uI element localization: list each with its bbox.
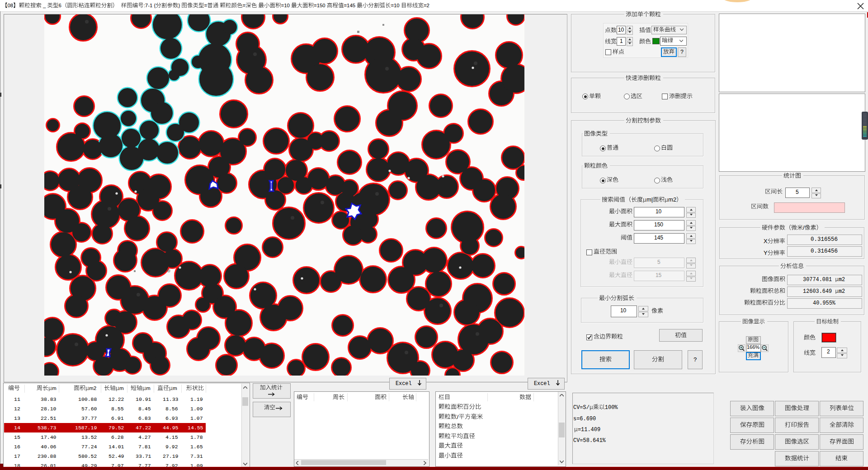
svg-text:13.52: 13.52 [81, 434, 97, 440]
svg-text:28.10: 28.10 [41, 406, 57, 412]
svg-text:CV=S/: CV=S/ [573, 404, 590, 411]
svg-text:6: 6 [59, 3, 61, 8]
svg-text:=150: =150 [314, 3, 327, 8]
svg-text:17: 17 [14, 453, 20, 459]
svg-text:100.88: 100.88 [78, 396, 97, 402]
svg-text:150: 150 [654, 222, 663, 228]
svg-text:47.22: 47.22 [136, 425, 151, 431]
svg-text:10.91: 10.91 [136, 396, 151, 402]
svg-text:4.15: 4.15 [165, 434, 178, 440]
svg-text:8.56: 8.56 [165, 406, 178, 412]
svg-text:0.316556: 0.316556 [811, 236, 838, 243]
svg-text:6.28: 6.28 [111, 434, 124, 440]
svg-text:230.88: 230.88 [38, 453, 56, 459]
svg-text:13: 13 [14, 415, 20, 421]
svg-text:=2: =2 [424, 3, 429, 8]
svg-text:77.24: 77.24 [81, 444, 97, 450]
svg-text:X: X [764, 238, 768, 244]
svg-text:6.93: 6.93 [165, 415, 178, 421]
svg-text:/: / [803, 225, 805, 231]
svg-text:}: } [178, 3, 181, 8]
svg-text:s=6.690: s=6.690 [573, 416, 596, 422]
svg-text:38.83: 38.83 [41, 396, 57, 402]
svg-text:m2: m2 [668, 197, 676, 203]
svg-text:40.955%: 40.955% [813, 300, 836, 306]
svg-text:27.19: 27.19 [163, 453, 179, 459]
svg-text:44.95: 44.95 [163, 425, 179, 431]
svg-text:=10: =10 [281, 3, 291, 8]
svg-text:4.27: 4.27 [138, 434, 151, 440]
svg-text:m: m [119, 385, 124, 391]
svg-text:9.92: 9.92 [165, 444, 178, 450]
svg-text:57.60: 57.60 [81, 406, 97, 412]
svg-text:166%: 166% [747, 345, 760, 350]
svg-text:08: 08 [8, 3, 14, 8]
svg-text:15: 15 [14, 434, 20, 440]
svg-text:1: 1 [620, 38, 623, 44]
svg-text:Excel: Excel [534, 381, 550, 387]
svg-text:=11.409: =11.409 [578, 427, 600, 433]
svg-text:12: 12 [14, 406, 20, 412]
svg-text:/: / [457, 414, 459, 420]
svg-text:10: 10 [620, 308, 627, 314]
svg-text:=10: =10 [391, 3, 401, 8]
svg-text:33.71: 33.71 [136, 453, 151, 459]
svg-text:1.19: 1.19 [190, 396, 203, 402]
svg-text:145: 145 [654, 235, 663, 241]
svg-text:11.33: 11.33 [163, 396, 179, 402]
svg-text:m2: m2 [89, 385, 96, 391]
svg-text::7-1 {: :7-1 { [144, 3, 156, 8]
svg-text:14: 14 [14, 425, 20, 431]
svg-text:30774.081: 30774.081 [803, 277, 835, 283]
svg-text:_: _ [42, 3, 47, 8]
svg-text:40.06: 40.06 [41, 444, 57, 450]
svg-text:12.22: 12.22 [108, 396, 124, 402]
svg-text:1.65: 1.65 [190, 444, 203, 450]
svg-text:17.40: 17.40 [41, 434, 57, 440]
svg-text:10: 10 [656, 209, 662, 215]
svg-text:538.73: 538.73 [38, 425, 56, 431]
svg-text:2: 2 [827, 349, 830, 355]
svg-text:m|: m| [646, 197, 653, 203]
svg-text:1.78: 1.78 [190, 434, 203, 440]
svg-text:7.81: 7.81 [138, 444, 151, 450]
svg-text:1587.19: 1587.19 [75, 425, 97, 431]
svg-text:m2: m2 [839, 277, 845, 283]
svg-text:6.83: 6.83 [138, 415, 151, 421]
svg-text:m2: m2 [839, 288, 845, 295]
svg-text:?: ? [693, 357, 697, 363]
svg-text:14.55: 14.55 [188, 425, 203, 431]
svg-text:100%: 100% [605, 404, 618, 411]
svg-text:7.31: 7.31 [190, 453, 203, 459]
svg-text:22.51: 22.51 [41, 415, 57, 421]
svg-text:5: 5 [657, 259, 660, 265]
svg-text:15: 15 [656, 273, 662, 278]
svg-text:Excel: Excel [396, 381, 412, 387]
svg-text:37.77: 37.77 [81, 415, 97, 421]
svg-text:m: m [52, 385, 57, 391]
svg-text:11: 11 [14, 396, 20, 402]
svg-text:Y: Y [764, 250, 768, 256]
svg-text:8.45: 8.45 [138, 406, 151, 412]
svg-text:1.09: 1.09 [190, 406, 203, 412]
svg-text:1.07: 1.07 [190, 415, 203, 421]
svg-text:580.52: 580.52 [78, 453, 97, 459]
svg-text:8.55: 8.55 [111, 406, 124, 412]
svg-text:m: m [173, 385, 177, 391]
svg-text:52.49: 52.49 [108, 453, 124, 459]
svg-text:14.01: 14.01 [108, 444, 124, 450]
svg-text:79.52: 79.52 [108, 425, 124, 431]
svg-text:0.316456: 0.316456 [811, 248, 838, 254]
svg-text:?: ? [680, 49, 684, 55]
svg-text:=: = [204, 3, 208, 8]
svg-text:=145: =145 [344, 3, 357, 8]
svg-text:6.91: 6.91 [111, 415, 124, 421]
svg-text:m: m [146, 385, 151, 391]
svg-text:=: = [243, 3, 246, 8]
svg-text:5: 5 [796, 189, 799, 195]
svg-text:CV=58.641%: CV=58.641% [573, 437, 606, 444]
svg-text:10: 10 [618, 27, 624, 33]
svg-text:16: 16 [14, 444, 20, 450]
svg-text:12603.649: 12603.649 [803, 288, 835, 295]
